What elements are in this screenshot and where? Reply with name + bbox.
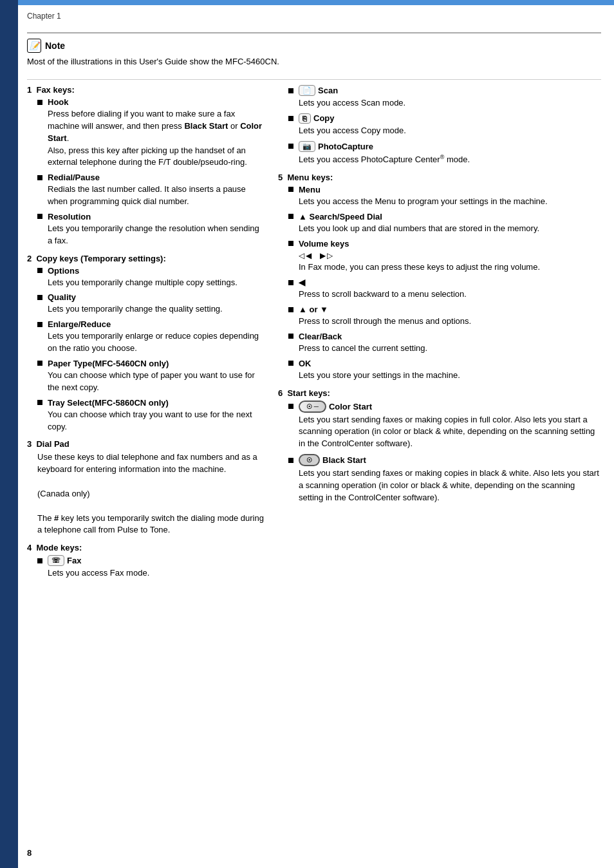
section-dial-pad: 3 Dial Pad Use these keys to dial teleph… (27, 439, 265, 536)
mode-photocapture-title: 📷 PhotoCapture (288, 141, 601, 152)
copy-enlarge-title: Enlarge/Reduce (37, 319, 265, 329)
mode-copy-body: Lets you access Copy mode. (299, 125, 601, 137)
black-start-item: ☉ Black Start Lets you start sending fax… (288, 454, 601, 504)
bullet (37, 322, 42, 327)
mode-photocapture-body: Lets you access PhotoCapture Center® mod… (299, 153, 601, 166)
search-speed-dial-item: ▲ Search/Speed Dial Lets you look up and… (288, 212, 601, 235)
scroll-back-item: ◀ Press to scroll backward to a menu sel… (288, 278, 601, 301)
chapter-label: Chapter 1 (27, 12, 601, 21)
scroll-back-body: Press to scroll backward to a menu selec… (299, 288, 601, 301)
clear-back-title: Clear/Back (288, 332, 601, 341)
bullet (37, 175, 42, 180)
bullet (37, 558, 42, 563)
copy-options-body: Lets you temporarily change multiple cop… (48, 277, 265, 289)
mode-fax-body: Lets you access Fax mode. (48, 567, 265, 580)
mode-scan-item: 📄 Scan Lets you access Scan mode. (288, 85, 601, 109)
copy-quality-body: Lets you temporarily change the quality … (48, 303, 265, 316)
search-speed-dial-body: Lets you look up and dial numbers that a… (299, 223, 601, 235)
copy-enlarge-item: Enlarge/Reduce Lets you temporarily enla… (37, 319, 265, 355)
right-column: 📄 Scan Lets you access Scan mode. ⎘ Copy… (278, 85, 601, 586)
fax-resolution-item: Resolution Lets you temporarily change t… (37, 212, 265, 247)
fax-resolution-body: Lets you temporarily change the resoluti… (48, 223, 265, 247)
section-fax-keys: 1 Fax keys: Hook Press before dialing if… (27, 85, 265, 247)
ok-title: OK (288, 359, 601, 368)
fax-hook-item: Hook Press before dialing if you want to… (37, 97, 265, 169)
bullet (288, 361, 293, 366)
copy-enlarge-body: Lets you temporarily enlarge or reduce c… (48, 330, 265, 355)
note-header: 📝 Note (27, 39, 601, 53)
bullet (288, 458, 293, 463)
section-3-title: 3 Dial Pad (27, 439, 265, 449)
search-speed-dial-title: ▲ Search/Speed Dial (288, 212, 601, 222)
fax-redial-item: Redial/Pause Redials the last number cal… (37, 173, 265, 208)
copy-quality-title: Quality (37, 292, 265, 302)
copy-options-item: Options Lets you temporarily change mult… (37, 266, 265, 289)
section-menu-keys: 5 Menu keys: Menu Lets you access the Me… (278, 173, 601, 382)
note-icon: 📝 (27, 39, 41, 53)
bullet (288, 241, 293, 246)
bullet (288, 144, 293, 149)
bullet (37, 100, 42, 105)
mode-copy-item: ⎘ Copy Lets you access Copy mode. (288, 113, 601, 137)
top-accent-bar (18, 0, 614, 5)
copy-options-title: Options (37, 266, 265, 276)
copy-trayselect-body: You can choose which tray you want to us… (48, 409, 265, 433)
bullet (288, 116, 293, 121)
mode-copy-title: ⎘ Copy (288, 113, 601, 124)
mode-scan-body: Lets you access Scan mode. (299, 97, 601, 109)
copy-key-icon: ⎘ (299, 113, 311, 124)
copy-trayselect-item: Tray Select (MFC-5860CN only) You can ch… (37, 398, 265, 433)
section-mode-keys: 4 Mode keys: ☏ Fax Lets you access Fax m… (27, 543, 265, 580)
scroll-up-down-body: Press to scroll through the menus and op… (299, 316, 601, 328)
bullet (37, 361, 42, 366)
copy-papertype-title: Paper Type (MFC-5460CN only) (37, 359, 265, 368)
section-copy-keys: 2 Copy keys (Temporary settings): Option… (27, 254, 265, 433)
note-title: Note (45, 41, 65, 51)
bullet (288, 404, 293, 409)
content-divider (27, 79, 601, 80)
bullet (37, 214, 42, 219)
section-1-title: 1 Fax keys: (27, 85, 265, 95)
volume-keys-item: Volume keys ◁◀ ▶▷ In Fax mode, you can p… (288, 239, 601, 274)
menu-item: Menu Lets you access the Menu to program… (288, 185, 601, 208)
section-4-title: 4 Mode keys: (27, 543, 265, 552)
fax-key-icon: ☏ (48, 555, 64, 566)
menu-body: Lets you access the Menu to program your… (299, 196, 601, 208)
volume-symbols: ◁◀ ▶▷ (299, 251, 334, 260)
bullet (37, 295, 42, 300)
bullet (288, 334, 293, 339)
mode-scan-title: 📄 Scan (288, 85, 601, 96)
scroll-up-down-title: ▲ or ▼ (288, 305, 601, 314)
clear-back-body: Press to cancel the current setting. (299, 343, 601, 355)
scroll-back-title: ◀ (288, 278, 601, 287)
ok-body: Lets you store your settings in the mach… (299, 370, 601, 382)
color-start-body: Lets you start sending faxes or making c… (299, 414, 601, 451)
ok-item: OK Lets you store your settings in the m… (288, 359, 601, 382)
section-6-title: 6 Start keys: (278, 388, 601, 398)
mode-fax-title: ☏ Fax (37, 555, 265, 566)
fax-resolution-title: Resolution (37, 212, 265, 222)
clear-back-item: Clear/Back Press to cancel the current s… (288, 332, 601, 355)
black-start-body: Lets you start sending faxes or making c… (299, 467, 601, 504)
fax-hook-body: Press before dialing if you want to make… (48, 108, 265, 169)
scan-key-icon: 📄 (299, 85, 315, 96)
black-start-key-icon: ☉ (299, 454, 320, 466)
scroll-up-down-item: ▲ or ▼ Press to scroll through the menus… (288, 305, 601, 328)
color-start-item: ☉ ─ Color Start Lets you start sending f… (288, 401, 601, 451)
bullet (37, 400, 42, 405)
fax-hook-title: Hook (37, 97, 265, 107)
note-section: 📝 Note Most of the illustrations in this… (27, 32, 601, 66)
volume-keys-title: Volume keys (288, 239, 601, 249)
dial-pad-body: Use these keys to dial telephone and fax… (37, 451, 265, 536)
menu-title: Menu (288, 185, 601, 194)
fax-redial-body: Redials the last number called. It also … (48, 184, 265, 208)
color-start-key-icon: ☉ ─ (299, 401, 326, 413)
section-start-keys: 6 Start keys: ☉ ─ Color Start Lets you s… (278, 388, 601, 504)
volume-keys-body: ◁◀ ▶▷ In Fax mode, you can press these k… (299, 250, 601, 274)
bullet (288, 187, 293, 192)
bullet (288, 307, 293, 312)
fax-redial-title: Redial/Pause (37, 173, 265, 182)
note-text: Most of the illustrations in this User's… (27, 57, 601, 66)
section-scan-item: 📄 Scan Lets you access Scan mode. ⎘ Copy… (278, 85, 601, 166)
mode-photocapture-item: 📷 PhotoCapture Lets you access PhotoCapt… (288, 141, 601, 166)
